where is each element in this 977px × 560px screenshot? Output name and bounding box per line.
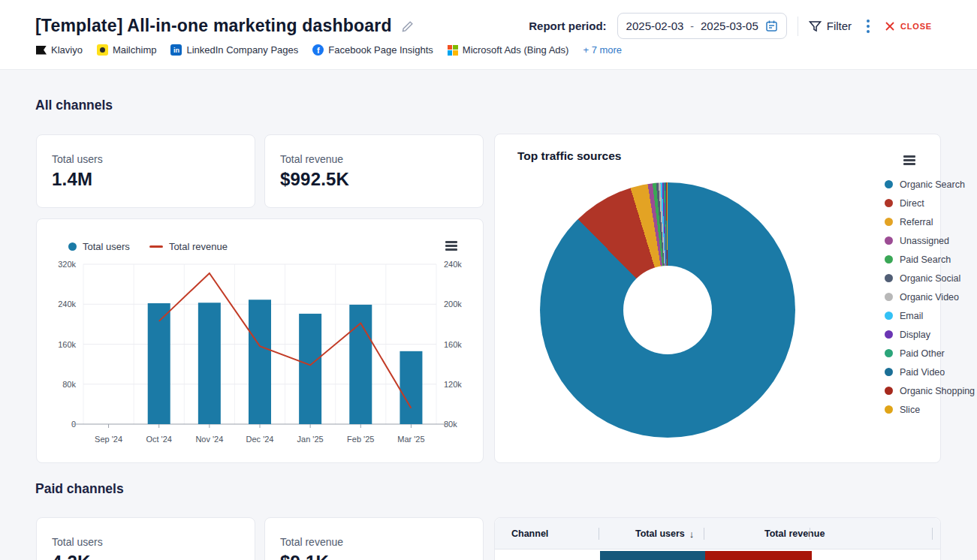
sort-descending-icon: ↓ <box>689 528 695 540</box>
edit-title-icon[interactable] <box>401 20 415 33</box>
legend-dot <box>885 236 893 245</box>
linkedin-icon: in <box>170 44 182 56</box>
chart-menu-icon[interactable] <box>903 155 915 165</box>
source-chip-linkedin[interactable]: in LinkedIn Company Pages <box>170 44 298 56</box>
legend-label: Organic Video <box>900 292 959 303</box>
legend-label: Organic Social <box>900 273 960 284</box>
legend-dot <box>885 274 893 282</box>
all-channels-heading: All channels <box>35 98 113 113</box>
legend-item-total-users[interactable]: Total users <box>68 241 130 252</box>
column-header-channel[interactable]: Channel <box>511 518 548 549</box>
svg-text:Oct '24: Oct '24 <box>146 435 172 444</box>
chart-menu-icon[interactable] <box>445 241 457 251</box>
date-start[interactable]: 2025-02-03 <box>626 20 684 32</box>
svg-text:80k: 80k <box>62 380 76 389</box>
svg-text:160k: 160k <box>58 340 76 349</box>
kpi-card-total-users: Total users 1.4M <box>36 134 255 208</box>
more-sources-link[interactable]: + 7 more <box>583 44 622 56</box>
legend-label: Slice <box>900 405 920 415</box>
date-separator: - <box>690 20 694 32</box>
calendar-icon[interactable] <box>765 20 778 32</box>
donut-legend-item[interactable]: Paid Other <box>885 344 975 363</box>
traffic-sources-donut[interactable] <box>540 182 795 438</box>
kpi-value: 1.4M <box>52 169 240 190</box>
svg-text:120k: 120k <box>444 380 462 389</box>
users-revenue-chart-card: 320k240k240k200k160k160k80k120k080kSep '… <box>36 218 484 463</box>
legend-dot <box>885 293 893 301</box>
date-range-picker[interactable]: 2025-02-03 - 2025-03-05 <box>617 13 787 39</box>
donut-legend-item[interactable]: Paid Search <box>885 250 975 269</box>
svg-text:320k: 320k <box>58 260 76 269</box>
kpi-card-paid-total-revenue: Total revenue $9.1K <box>264 517 484 560</box>
column-header-total-users[interactable]: Total users ↓ <box>635 518 694 549</box>
legend-label: Email <box>900 311 923 321</box>
svg-text:200k: 200k <box>444 300 462 309</box>
kpi-label: Total revenue <box>280 536 468 548</box>
source-chip-klaviyo[interactable]: Klaviyo <box>36 44 83 56</box>
svg-text:Sep '24: Sep '24 <box>95 435 122 444</box>
legend-dot <box>885 180 893 188</box>
legend-dot <box>885 405 893 414</box>
kpi-label: Total users <box>52 153 240 165</box>
svg-text:240k: 240k <box>444 260 462 269</box>
paid-channels-heading: Paid channels <box>35 481 124 497</box>
facebook-icon: f <box>312 44 324 56</box>
date-end[interactable]: 2025-03-05 <box>701 20 758 32</box>
donut-legend-item[interactable]: Referral <box>885 212 975 231</box>
kpi-card-total-revenue: Total revenue $992.5K <box>264 134 484 208</box>
legend-label: Organic Search <box>900 179 965 190</box>
donut-legend-item[interactable]: Paid Video <box>885 363 975 381</box>
donut-legend-item[interactable]: Organic Search <box>885 175 975 194</box>
kpi-label: Total users <box>52 536 240 548</box>
kpi-label: Total revenue <box>280 153 468 165</box>
legend-line-sample <box>149 245 163 248</box>
more-options-menu[interactable] <box>862 17 874 36</box>
source-chip-microsoft-ads[interactable]: Microsoft Ads (Bing Ads) <box>448 44 569 56</box>
column-divider <box>810 528 810 540</box>
donut-legend-item[interactable]: Organic Social <box>885 269 975 288</box>
donut-chart-title: Top traffic sources <box>517 149 621 163</box>
legend-dot <box>885 330 893 339</box>
kpi-value: $992.5K <box>280 169 468 190</box>
users-bar <box>600 551 705 560</box>
table-row[interactable] <box>495 549 940 560</box>
legend-dot <box>885 312 893 320</box>
kpi-value: $9.1K <box>280 552 468 560</box>
legend-dot <box>885 368 893 376</box>
donut-legend-item[interactable]: Organic Video <box>885 288 975 306</box>
svg-text:Feb '25: Feb '25 <box>347 435 374 444</box>
donut-legend-item[interactable]: Unassigned <box>885 231 975 250</box>
combo-chart: 320k240k240k200k160k160k80k120k080kSep '… <box>37 219 484 464</box>
donut-legend-item[interactable]: Display <box>885 325 975 344</box>
donut-legend-item[interactable]: Organic Shopping <box>885 381 975 400</box>
column-header-total-revenue[interactable]: Total revenue <box>764 518 825 549</box>
legend-dot <box>885 349 893 357</box>
source-chip-facebook[interactable]: f Facebook Page Insights <box>312 44 433 56</box>
combo-chart-legend: Total users Total revenue <box>68 241 228 252</box>
top-traffic-sources-card: Top traffic sources Organic SearchDirect… <box>494 134 941 463</box>
mailchimp-icon <box>97 44 108 56</box>
legend-item-total-revenue[interactable]: Total revenue <box>149 241 228 252</box>
legend-dot <box>885 255 893 263</box>
source-chip-mailchimp[interactable]: Mailchimp <box>97 44 157 56</box>
svg-text:Dec '24: Dec '24 <box>246 435 274 444</box>
svg-text:160k: 160k <box>444 340 462 349</box>
donut-legend-item[interactable]: Slice <box>885 400 975 419</box>
table-header-row: Channel Total users ↓ Total revenue <box>495 518 940 549</box>
column-divider <box>704 528 704 540</box>
column-divider <box>599 528 599 540</box>
legend-label: Paid Other <box>900 348 945 359</box>
legend-label: Paid Search <box>900 254 951 265</box>
donut-legend-item[interactable]: Direct <box>885 194 975 212</box>
legend-dot <box>885 199 893 207</box>
close-button[interactable]: CLOSE <box>885 21 932 32</box>
close-icon <box>885 21 895 32</box>
microsoft-icon <box>448 45 458 56</box>
legend-label: Organic Shopping <box>900 386 975 396</box>
legend-label: Paid Video <box>900 367 945 378</box>
donut-legend-item[interactable]: Email <box>885 306 975 325</box>
revenue-bar <box>705 551 812 560</box>
header-divider <box>798 17 798 36</box>
source-chips: Klaviyo Mailchimp in LinkedIn Company Pa… <box>36 44 622 56</box>
filter-button[interactable]: Filter <box>809 20 852 32</box>
